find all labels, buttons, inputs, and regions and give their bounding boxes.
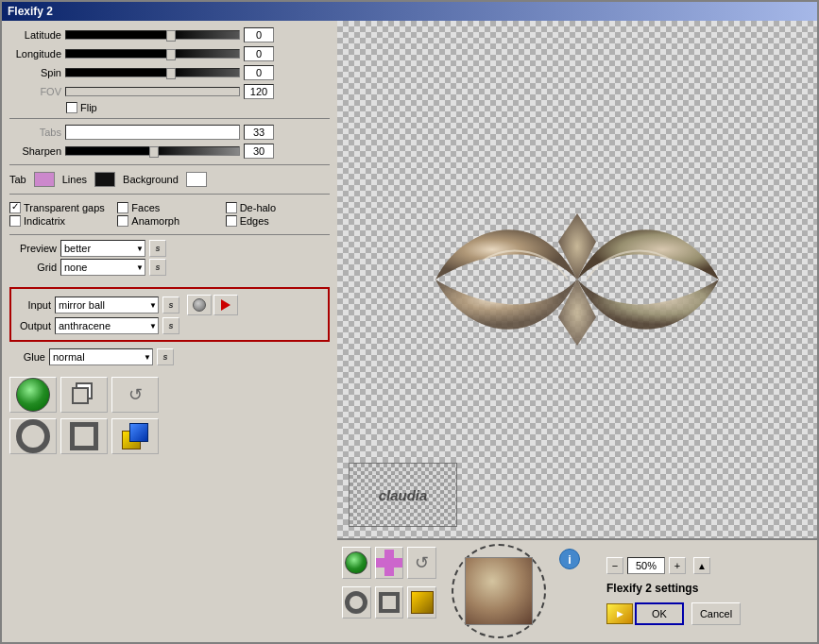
cancel-button[interactable]: Cancel [691,602,741,625]
anamorph-item: Anamorph [117,215,221,227]
window-title: Flexify 2 [8,5,53,18]
bottom-cube-button[interactable] [407,586,436,619]
preview-label: Preview [9,243,57,254]
tabs-row: Tabs [9,124,330,141]
sharpen-value[interactable] [244,144,274,159]
latitude-track[interactable] [65,30,240,40]
longitude-value[interactable] [244,46,274,61]
de-halo-label: De-halo [240,202,277,213]
bottom-ring-icon [345,591,367,614]
globe-icon [16,378,50,412]
bottom-mid-right: − + ▲ Flexify 2 settings ▶ OK [597,545,812,637]
background-color-box[interactable] [186,172,207,187]
edges-checkbox[interactable] [226,215,237,227]
de-halo-checkbox[interactable] [226,202,237,213]
ok-icon[interactable]: ▶ [606,603,633,624]
faces-checkbox[interactable] [117,202,128,213]
zoom-minus-button[interactable]: − [606,557,623,574]
bottom-ring-button[interactable] [342,586,371,619]
grid-dropdown[interactable]: none lines dots [60,259,145,276]
cube-button[interactable] [111,418,159,454]
input-play-buttons [187,295,238,315]
sharpen-thumb[interactable] [149,146,159,158]
edges-label: Edges [240,215,269,227]
preview-thumbnail [465,557,533,625]
indicatrix-checkbox[interactable] [9,215,21,227]
bottom-cross-button[interactable] [375,547,404,579]
longitude-thumb[interactable] [166,49,176,60]
ok-button[interactable]: OK [635,602,684,625]
tabs-input[interactable] [65,125,240,140]
copy-button[interactable] [60,377,108,413]
spin-value[interactable] [244,65,274,80]
spin-track[interactable] [65,68,240,77]
settings-label: Flexify 2 settings [606,582,812,595]
latitude-value[interactable] [244,27,274,42]
output-row: Output anthracene equirectangular cylind… [15,317,324,334]
glue-row: Glue normal multiply screen ▼ s [9,348,330,365]
flip-checkbox[interactable] [66,102,77,113]
bottom-sq-ring-button[interactable] [375,586,404,619]
sq-ring-button[interactable] [60,418,108,454]
tabs-value[interactable] [244,125,274,140]
recycle-button[interactable]: ↺ [111,377,159,413]
main-window: Flexify 2 Latitude Longitude [0,0,819,644]
fov-label: FOV [9,86,61,97]
bottom-sq-ring-icon [379,592,400,613]
input-output-section: Input mirror ball equirectangular cylind… [9,287,330,342]
lines-label: Lines [62,174,87,185]
longitude-track[interactable] [65,49,240,59]
input-play-button[interactable] [213,295,238,315]
glue-dropdown-wrapper: normal multiply screen ▼ [49,348,153,365]
input-label: Input [15,299,51,311]
preview-s-button[interactable]: s [149,240,166,257]
spin-thumb[interactable] [166,68,176,79]
latitude-thumb[interactable] [166,30,176,42]
ring-icon [16,419,50,453]
anamorph-label: Anamorph [131,215,179,227]
bottom-recycle-button[interactable]: ↺ [407,547,436,579]
globe-button[interactable] [9,377,57,413]
transparent-gaps-label: Transparent gaps [24,202,105,213]
grid-s-button[interactable]: s [149,259,166,276]
left-panel: Latitude Longitude Spin [2,21,337,642]
divider-2 [9,164,330,165]
glue-label: Glue [9,351,45,363]
background-label: Background [123,174,179,185]
sharpen-row: Sharpen [9,143,330,160]
output-s-button[interactable]: s [162,317,179,334]
zoom-row: − + ▲ [606,557,812,574]
anamorph-checkbox[interactable] [117,215,128,227]
right-panel: claudia [337,21,817,642]
lines-color-box[interactable] [94,172,115,187]
transparent-gaps-checkbox[interactable] [9,202,21,213]
icon-buttons-row-2 [9,416,330,456]
glue-dropdown[interactable]: normal multiply screen [49,348,153,365]
input-s-button[interactable]: s [162,297,179,314]
action-buttons-row: ▶ OK Cancel [606,602,812,625]
divider-1 [9,118,330,119]
zoom-up-button[interactable]: ▲ [693,557,710,574]
zoom-plus-button[interactable]: + [669,557,686,574]
input-dropdown[interactable]: mirror ball equirectangular cylindrical [55,297,159,314]
input-disc-button[interactable] [187,295,212,315]
preview-dropdown[interactable]: better fast best [60,240,145,257]
checkboxes-section: Transparent gaps Faces De-halo Indicatri… [9,199,330,229]
fov-value[interactable] [244,84,274,99]
flip-row: Flip [9,102,330,113]
zoom-input[interactable] [627,557,665,574]
bottom-globe-button[interactable] [342,547,371,579]
color-section: Tab Lines Background [9,170,330,189]
sharpen-track[interactable] [65,146,240,156]
bottom-recycle-icon: ↺ [415,552,429,573]
selection-ring [452,544,546,638]
ok-area: ▶ OK [606,602,684,625]
info-icon[interactable]: i [559,549,580,569]
flip-label: Flip [80,102,97,113]
bottom-left-icons: ↺ [342,545,436,637]
glue-s-button[interactable]: s [157,348,174,365]
output-dropdown[interactable]: anthracene equirectangular cylindrical [55,317,159,334]
tab-color-box[interactable] [34,172,55,187]
ring-button[interactable] [9,418,57,454]
longitude-row: Longitude [9,45,330,62]
